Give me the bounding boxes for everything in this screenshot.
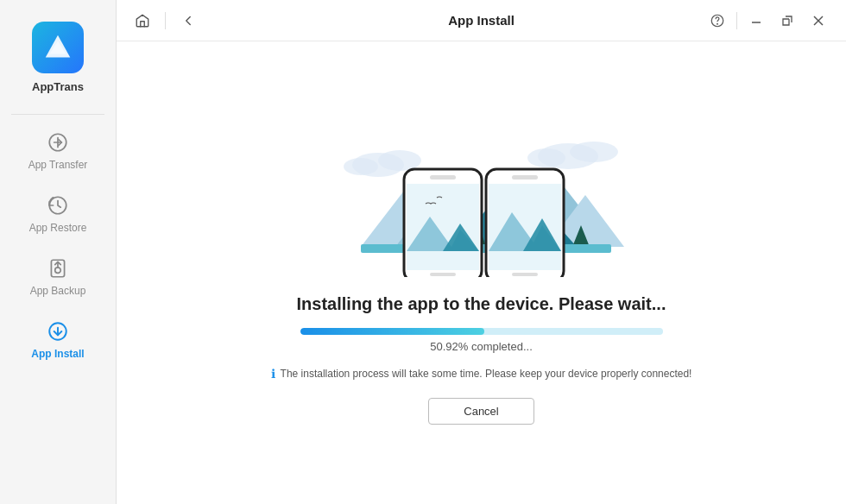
- svg-rect-38: [430, 273, 456, 276]
- app-logo: AppTrans: [32, 9, 84, 110]
- device-transfer-illustration: [309, 122, 654, 277]
- svg-point-16: [378, 150, 421, 171]
- svg-point-5: [55, 268, 61, 274]
- close-button[interactable]: [805, 7, 832, 35]
- info-message-text: The installation process will take some …: [281, 368, 692, 380]
- sidebar-item-app-install[interactable]: App Install: [0, 307, 116, 370]
- sidebar: AppTrans App Transfer App Restore: [0, 0, 117, 504]
- home-button[interactable]: [130, 9, 155, 33]
- svg-rect-40: [512, 175, 538, 180]
- cancel-button[interactable]: Cancel: [428, 398, 533, 425]
- minimize-button[interactable]: [742, 7, 770, 35]
- app-logo-icon: [32, 22, 84, 73]
- app-backup-icon: [46, 256, 70, 280]
- progress-fill: [300, 328, 485, 335]
- app-name-label: AppTrans: [32, 80, 84, 93]
- titlebar: App Install: [117, 0, 846, 41]
- sidebar-item-label-transfer: App Transfer: [28, 159, 88, 171]
- apptrans-icon: [41, 31, 74, 64]
- window-controls: [704, 7, 832, 35]
- sidebar-item-app-transfer[interactable]: App Transfer: [0, 118, 116, 181]
- home-icon: [135, 13, 150, 28]
- svg-point-20: [527, 148, 565, 167]
- back-button[interactable]: [176, 9, 200, 33]
- maximize-icon: [781, 15, 793, 27]
- info-message: ℹ The installation process will take som…: [271, 367, 692, 381]
- sidebar-divider-top: [11, 114, 104, 115]
- app-transfer-icon: [46, 130, 70, 154]
- svg-rect-34: [430, 175, 456, 180]
- sidebar-item-app-restore[interactable]: App Restore: [0, 181, 116, 244]
- help-button[interactable]: [704, 7, 731, 35]
- main-area: App Install: [117, 0, 846, 504]
- app-install-icon: [46, 319, 70, 343]
- sidebar-item-app-backup[interactable]: App Backup: [0, 244, 116, 307]
- minimize-icon: [750, 15, 762, 27]
- svg-rect-44: [512, 273, 538, 276]
- svg-point-19: [570, 142, 618, 162]
- maximize-button[interactable]: [773, 7, 801, 35]
- back-icon: [180, 13, 196, 28]
- info-icon: ℹ: [271, 367, 275, 381]
- svg-point-10: [717, 23, 718, 24]
- sidebar-item-label-install: App Install: [31, 348, 84, 360]
- sidebar-item-label-restore: App Restore: [29, 222, 87, 234]
- titlebar-nav: [130, 9, 200, 33]
- sidebar-item-label-backup: App Backup: [30, 285, 86, 297]
- win-divider: [736, 12, 737, 29]
- page-title: App Install: [448, 13, 515, 28]
- svg-point-17: [344, 158, 378, 175]
- illustration-area: [309, 122, 654, 277]
- main-content: Installing the app to the device. Please…: [117, 41, 846, 504]
- svg-rect-41: [489, 184, 561, 270]
- close-icon: [812, 15, 824, 27]
- status-title: Installing the app to the device. Please…: [297, 294, 666, 314]
- svg-rect-35: [407, 184, 479, 270]
- progress-container: 50.92% completed...: [300, 328, 663, 360]
- nav-divider: [165, 12, 166, 29]
- help-icon: [710, 13, 725, 28]
- app-restore-icon: [46, 193, 70, 217]
- progress-track: [300, 328, 663, 335]
- progress-label: 50.92% completed...: [300, 340, 663, 353]
